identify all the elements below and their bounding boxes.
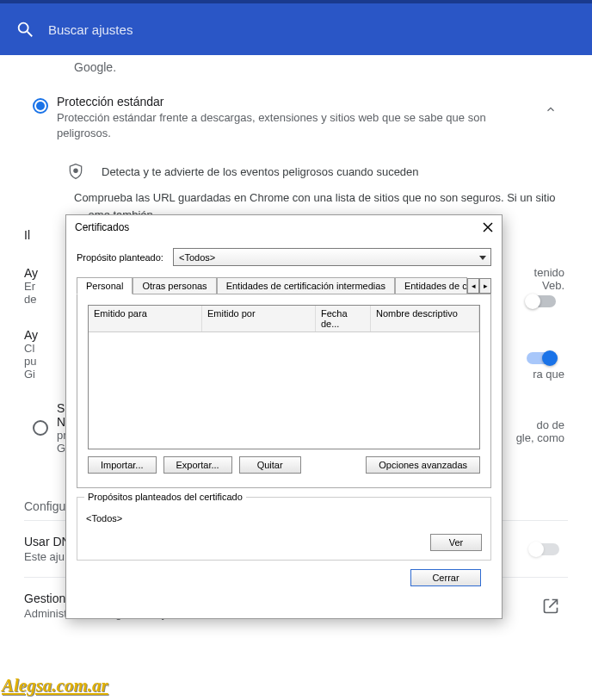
table-header: Emitido para Emitido por Fecha de... Nom… <box>89 306 479 332</box>
certificate-purposes-box: Propósitos planteados del certificado <T… <box>77 497 491 561</box>
tab-scroll-right[interactable]: ▸ <box>479 278 491 294</box>
watermark: Alegsa.com.ar <box>2 675 108 697</box>
option-desc: Protección estándar frente a descargas, … <box>57 110 523 141</box>
settings-search-bar[interactable]: Buscar ajustes <box>0 3 592 55</box>
svg-point-0 <box>19 23 28 33</box>
tab-scroll-left[interactable]: ◂ <box>467 278 479 294</box>
search-icon <box>15 20 34 39</box>
view-button[interactable]: Ver <box>430 534 482 551</box>
option-title: Protección estándar <box>57 95 523 108</box>
svg-line-1 <box>28 32 33 37</box>
detect-text: Detecta y te advierte de los eventos pel… <box>102 165 419 178</box>
standard-protection-option[interactable]: Protección estándar Protección estándar … <box>24 88 568 157</box>
tab-others[interactable]: Otras personas <box>133 277 216 294</box>
close-button[interactable]: Cerrar <box>410 569 481 586</box>
toggle-switch[interactable] <box>527 295 556 307</box>
purpose-selected-value: <Todos> <box>179 252 215 263</box>
col-friendly-name[interactable]: Nombre descriptivo <box>371 306 479 331</box>
toggle-switch-disabled <box>530 543 559 555</box>
radio-selected-icon[interactable] <box>33 98 48 114</box>
col-issued-to[interactable]: Emitido para <box>89 306 202 331</box>
dialog-title: Certificados <box>75 221 129 233</box>
export-button[interactable]: Exportar... <box>163 456 232 474</box>
external-link-icon <box>542 598 559 615</box>
purpose-label: Propósito planteado: <box>77 252 173 263</box>
partial-text: Veb. <box>518 279 564 292</box>
partial-text: tenido <box>518 266 564 279</box>
truncated-text: Google. <box>24 55 568 88</box>
chevron-down-icon <box>478 253 487 262</box>
tab-personal[interactable]: Personal <box>77 277 133 294</box>
purposes-box-title: Propósitos planteados del certificado <box>84 492 246 502</box>
purpose-select[interactable]: <Todos> <box>173 248 491 266</box>
tab-pane: Emitido para Emitido por Fecha de... Nom… <box>77 294 491 488</box>
purposes-box-value: <Todos> <box>86 505 482 527</box>
dialog-titlebar: Certificados <box>66 215 502 238</box>
partial-text: gle, como <box>516 431 564 444</box>
import-button[interactable]: Importar... <box>88 456 157 474</box>
tabs: Personal Otras personas Entidades de cer… <box>77 275 491 294</box>
certificates-table[interactable]: Emitido para Emitido por Fecha de... Nom… <box>88 305 480 449</box>
search-placeholder: Buscar ajustes <box>48 22 133 37</box>
svg-point-2 <box>74 169 77 172</box>
tab-intermediate-ca[interactable]: Entidades de certificación intermedias <box>217 277 395 294</box>
chevron-up-icon[interactable] <box>545 103 557 115</box>
partial-text: ra que <box>518 368 564 381</box>
col-issued-by[interactable]: Emitido por <box>202 306 316 331</box>
remove-button[interactable]: Quitar <box>239 456 301 474</box>
svg-marker-5 <box>479 256 486 260</box>
close-icon[interactable] <box>481 220 495 234</box>
col-expiry[interactable]: Fecha de... <box>316 306 371 331</box>
partial-text: do de <box>516 418 564 431</box>
toggle-switch[interactable] <box>527 352 556 364</box>
detect-line: Detecta y te advierte de los eventos pel… <box>24 157 568 189</box>
tab-root-ca[interactable]: Entidades de certificaci <box>395 277 467 294</box>
advanced-options-button[interactable]: Opciones avanzadas <box>366 456 480 474</box>
shield-icon <box>67 162 84 181</box>
certificates-dialog: Certificados Propósito planteado: <Todos… <box>65 214 503 619</box>
